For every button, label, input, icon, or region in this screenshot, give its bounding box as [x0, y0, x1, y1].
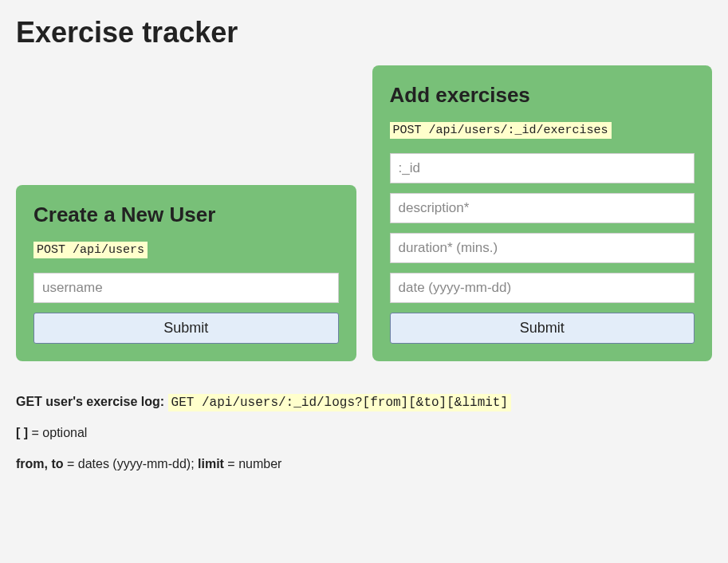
add-exercises-endpoint: POST /api/users/:_id/exercises — [390, 122, 612, 139]
description-input[interactable] — [390, 193, 695, 223]
fromto-line: from, to = dates (yyyy-mm-dd); limit = n… — [16, 455, 712, 473]
forms-container: Create a New User POST /api/users Submit… — [16, 65, 712, 361]
create-user-endpoint: POST /api/users — [33, 242, 148, 258]
page-title: Exercise tracker — [16, 16, 712, 49]
fromto-text: = dates (yyyy-mm-dd); — [64, 457, 198, 470]
create-user-submit-button[interactable]: Submit — [33, 313, 339, 344]
add-exercises-card: Add exercises POST /api/users/:_id/exerc… — [372, 65, 713, 361]
get-log-label: GET user's exercise log: — [16, 395, 168, 408]
date-input[interactable] — [390, 273, 695, 303]
add-exercises-heading: Add exercises — [390, 83, 695, 108]
info-section: GET user's exercise log: GET /api/users/… — [16, 393, 712, 473]
fromto-label: from, to — [16, 457, 64, 470]
optional-label: [ ] — [16, 426, 28, 439]
optional-line: [ ] = optional — [16, 424, 712, 442]
duration-input[interactable] — [390, 233, 695, 263]
create-user-heading: Create a New User — [33, 203, 339, 227]
get-log-line: GET user's exercise log: GET /api/users/… — [16, 393, 712, 411]
add-exercises-submit-button[interactable]: Submit — [390, 313, 695, 344]
id-input[interactable] — [390, 153, 695, 183]
optional-text: = optional — [28, 426, 87, 439]
create-user-card: Create a New User POST /api/users Submit — [16, 185, 356, 361]
limit-label: limit — [198, 457, 224, 470]
limit-text: = number — [224, 457, 281, 470]
username-input[interactable] — [33, 273, 339, 303]
get-log-endpoint: GET /api/users/:_id/logs?[from][&to][&li… — [168, 394, 511, 411]
